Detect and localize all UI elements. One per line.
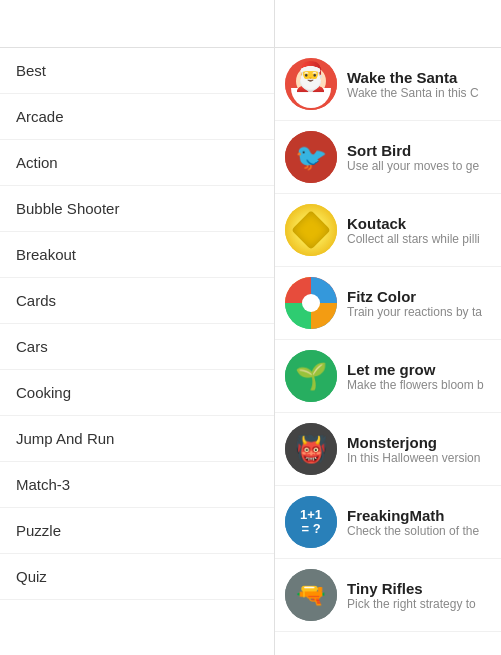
game-info: Tiny RiflesPick the right strategy to <box>347 580 491 611</box>
sidebar: BestArcadeActionBubble ShooterBreakoutCa… <box>0 48 275 655</box>
game-item[interactable]: Fitz ColorTrain your reactions by ta <box>275 267 501 340</box>
game-desc: Wake the Santa in this C <box>347 86 491 100</box>
game-name: Monsterjong <box>347 434 491 451</box>
game-name: Tiny Rifles <box>347 580 491 597</box>
game-icon-koutack <box>285 204 337 256</box>
game-icon-letmegrow: 🌱 <box>285 350 337 402</box>
games-list: 🎅 Wake the SantaWake the Santa in this C… <box>275 48 501 655</box>
game-name: Koutack <box>347 215 491 232</box>
game-info: Sort BirdUse all your moves to ge <box>347 142 491 173</box>
game-name: Let me grow <box>347 361 491 378</box>
game-name: FreakingMath <box>347 507 491 524</box>
game-item[interactable]: 🌱 Let me growMake the flowers bloom b <box>275 340 501 413</box>
sidebar-item-bubble-shooter[interactable]: Bubble Shooter <box>0 186 274 232</box>
game-desc: Check the solution of the <box>347 524 491 538</box>
header-categories <box>0 0 275 47</box>
game-desc: Collect all stars while pilli <box>347 232 491 246</box>
game-info: KoutackCollect all stars while pilli <box>347 215 491 246</box>
game-item[interactable]: 🐦 Sort BirdUse all your moves to ge <box>275 121 501 194</box>
sidebar-item-jump-and-run[interactable]: Jump And Run <box>0 416 274 462</box>
sidebar-item-cooking[interactable]: Cooking <box>0 370 274 416</box>
game-desc: Make the flowers bloom b <box>347 378 491 392</box>
game-icon-freakingmath: 1+1= ? <box>285 496 337 548</box>
game-icon-sortbird: 🐦 <box>285 131 337 183</box>
sidebar-item-cards[interactable]: Cards <box>0 278 274 324</box>
game-icon-santa: 🎅 <box>285 58 337 110</box>
sidebar-item-puzzle[interactable]: Puzzle <box>0 508 274 554</box>
sidebar-item-best[interactable]: Best <box>0 48 274 94</box>
game-name: Fitz Color <box>347 288 491 305</box>
game-item[interactable]: 🎅 Wake the SantaWake the Santa in this C <box>275 48 501 121</box>
game-desc: Pick the right strategy to <box>347 597 491 611</box>
header <box>0 0 501 48</box>
game-item[interactable]: KoutackCollect all stars while pilli <box>275 194 501 267</box>
game-info: FreakingMathCheck the solution of the <box>347 507 491 538</box>
sidebar-item-arcade[interactable]: Arcade <box>0 94 274 140</box>
game-desc: In this Halloween version <box>347 451 491 465</box>
game-item[interactable]: 1+1= ? FreakingMathCheck the solution of… <box>275 486 501 559</box>
sidebar-item-match-3[interactable]: Match-3 <box>0 462 274 508</box>
game-name: Sort Bird <box>347 142 491 159</box>
game-name: Wake the Santa <box>347 69 491 86</box>
game-info: MonsterjongIn this Halloween version <box>347 434 491 465</box>
main-content: BestArcadeActionBubble ShooterBreakoutCa… <box>0 48 501 655</box>
sidebar-item-breakout[interactable]: Breakout <box>0 232 274 278</box>
game-info: Wake the SantaWake the Santa in this C <box>347 69 491 100</box>
game-desc: Train your reactions by ta <box>347 305 491 319</box>
header-right <box>275 0 501 47</box>
game-icon-fitz <box>285 277 337 329</box>
game-icon-tinyrifles: 🔫 <box>285 569 337 621</box>
game-icon-monsterjong: 👹 <box>285 423 337 475</box>
game-info: Let me growMake the flowers bloom b <box>347 361 491 392</box>
sidebar-item-quiz[interactable]: Quiz <box>0 554 274 600</box>
game-info: Fitz ColorTrain your reactions by ta <box>347 288 491 319</box>
game-item[interactable]: 👹 MonsterjongIn this Halloween version <box>275 413 501 486</box>
game-desc: Use all your moves to ge <box>347 159 491 173</box>
sidebar-item-action[interactable]: Action <box>0 140 274 186</box>
game-item[interactable]: 🔫 Tiny RiflesPick the right strategy to <box>275 559 501 632</box>
sidebar-item-cars[interactable]: Cars <box>0 324 274 370</box>
